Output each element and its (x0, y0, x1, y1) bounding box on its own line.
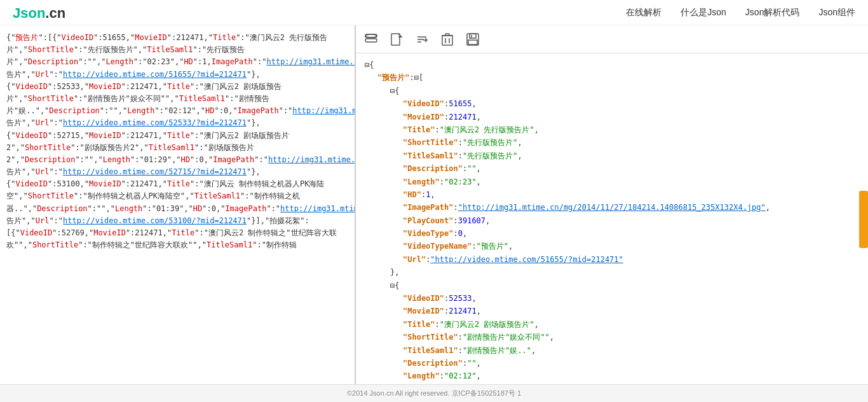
raw-json-content: {"预告片":[{"VideoID":51655,"MovieID":21247… (6, 32, 348, 251)
val-videoid1: 51655 (449, 99, 471, 108)
key-titlesaml1-1: "TitleSaml1" (403, 151, 458, 160)
svg-point-2 (365, 34, 377, 38)
key-desc2: "Description" (403, 359, 463, 368)
val-titlesaml1-2: "剧情预告片"娱.." (463, 346, 531, 355)
right-panel: ⊟{ "预告片":⊟[ ⊟{ "VideoID":51655, "MovieID… (356, 25, 868, 384)
key-titlesaml1-2: "TitleSaml1" (403, 346, 458, 355)
key-shorttitle1: "ShortTitle" (403, 138, 458, 147)
svg-rect-8 (442, 36, 452, 45)
val-shorttitle2: "剧情预告片"娱众不同"" (463, 333, 550, 342)
nav-parse[interactable]: 在线解析 (626, 7, 661, 18)
link-url4[interactable]: http://video.mtime.com/53100/?mid=212471 (63, 216, 247, 225)
main: {"预告片":[{"VideoID":51655,"MovieID":21247… (0, 25, 868, 384)
val-length1: "02:23" (444, 177, 477, 186)
val-movieid2: 212471 (449, 307, 476, 315)
logo-cn: cn (49, 5, 65, 21)
header: Json.cn 在线解析 什么是Json Json解析代码 Json组件 (0, 0, 868, 25)
key-title2: "Title" (403, 320, 435, 329)
val-imgpath1[interactable]: "http://img31.mtime.cn/mg/2014/11/27/184… (458, 203, 766, 212)
key-playcount1: "PlayCount" (403, 216, 453, 225)
svg-rect-16 (470, 34, 476, 38)
svg-rect-1 (365, 39, 377, 42)
nav-component[interactable]: Json组件 (818, 7, 855, 18)
scroll-indicator (859, 191, 868, 248)
val-playcount1: 391607 (458, 216, 485, 225)
link-url2[interactable]: http://video.mtime.com/52533/?mid=212471 (63, 118, 247, 127)
format-btn[interactable] (362, 31, 380, 48)
link-url1[interactable]: http://video.mtime.com/51655/?mid=212471 (63, 70, 247, 79)
key-url1: "Url" (403, 255, 426, 264)
val-titlesaml1-1: "先行版预告片" (463, 151, 517, 160)
val-videotypename1: "预告片" (477, 242, 508, 251)
key-desc1: "Description" (403, 164, 463, 173)
save-btn[interactable] (464, 31, 482, 48)
key-movieid2: "MovieID" (403, 307, 444, 315)
sort-btn[interactable] (413, 31, 431, 48)
val-length2: "02:12" (444, 371, 477, 380)
link-imgpath2[interactable]: http://img31.mtime.cn/mg/2015/01/21/1733… (292, 106, 356, 115)
val-desc1: "" (467, 164, 476, 173)
val-movieid1: 212471 (449, 113, 476, 121)
val-desc2: "" (467, 359, 476, 368)
svg-rect-17 (468, 40, 477, 45)
footer: ©2014 Json.cn All right reserved. 京ICP备1… (0, 384, 868, 402)
key-hd1: "HD" (403, 190, 421, 199)
compress-btn[interactable] (388, 31, 405, 48)
key-length1: "Length" (403, 177, 440, 186)
link-imgpath3[interactable]: http://img31.mtime.cn/mg/2015/02/04/1023… (268, 155, 356, 164)
val-videotype1: 0 (458, 229, 463, 238)
link-url3[interactable]: http://video.mtime.com/52715/?mid=212471 (63, 167, 247, 176)
key-shorttitle2: "ShortTitle" (403, 333, 458, 342)
collapse-trailer-arr[interactable]: ⊟ (414, 73, 419, 82)
footer-text: ©2014 Json.cn All right reserved. 京ICP备1… (347, 389, 521, 398)
key-length2: "Length" (403, 371, 440, 380)
key-movieid1: "MovieID" (403, 113, 444, 121)
key-videotype1: "VideoType" (403, 229, 453, 238)
json-tree[interactable]: ⊟{ "预告片":⊟[ ⊟{ "VideoID":51655, "MovieID… (356, 53, 868, 384)
val-title1: "澳门风云2 先行版预告片" (440, 125, 534, 134)
key-videotypename1: "VideoTypeName" (403, 242, 471, 251)
key-title1: "Title" (403, 125, 435, 134)
val-videoid2: 52533 (449, 294, 471, 303)
key-imgpath1: "ImagePath" (403, 203, 453, 212)
delete-btn[interactable] (438, 31, 456, 48)
toolbar (356, 25, 868, 53)
svg-rect-3 (391, 34, 400, 45)
link-imgpath4[interactable]: http://img31.mtime.cn/mg/2015/03/06/1111… (280, 204, 356, 213)
key-videoid2: "VideoID" (403, 294, 444, 303)
logo: Json.cn (13, 5, 65, 22)
val-shorttitle1: "先行版预告片" (463, 138, 517, 147)
left-panel[interactable]: {"预告片":[{"VideoID":51655,"MovieID":21247… (0, 25, 356, 384)
key-videoid1: "VideoID" (403, 99, 444, 108)
key-trailer: "预告片" (377, 73, 409, 82)
nav-code[interactable]: Json解析代码 (745, 7, 800, 18)
val-title2: "澳门风云2 剧场版预告片" (440, 320, 534, 329)
val-url1[interactable]: "http://video.mtime.com/51655/?mid=21247… (430, 255, 623, 264)
nav-links: 在线解析 什么是Json Json解析代码 Json组件 (626, 7, 855, 18)
link-imgpath1[interactable]: http://img31.mtime.cn/mg/2014/11/27/1842… (266, 57, 356, 66)
logo-json: Json (13, 5, 45, 21)
nav-what[interactable]: 什么是Json (681, 7, 726, 18)
